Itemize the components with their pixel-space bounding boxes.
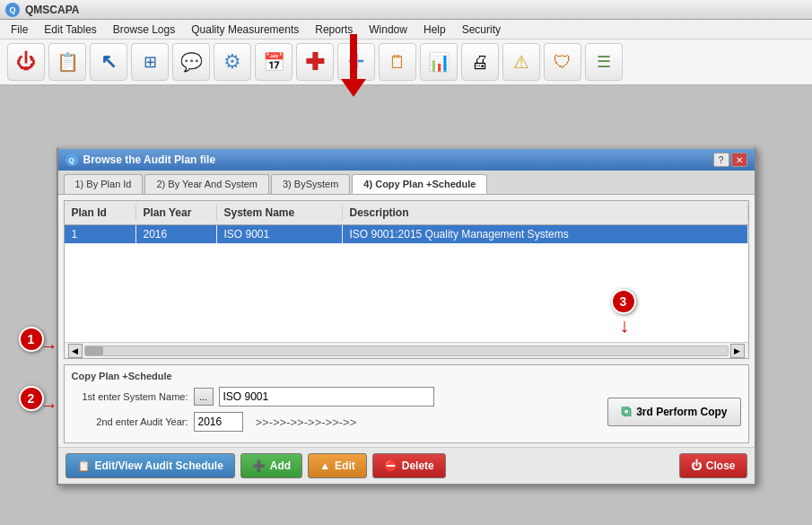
menu-bar: File Edit Tables Browse Logs Quality Mea… — [0, 20, 812, 39]
col-system-name: System Name — [217, 205, 343, 221]
year-label: 2nd enter Audit Year: — [72, 416, 188, 427]
cell-system-name: ISO 9001 — [217, 225, 343, 243]
add-icon: ➕ — [252, 459, 266, 472]
arrows-indicator: >>->>->>->>->>->> — [256, 416, 357, 429]
edit-view-icon: 📋 — [77, 459, 91, 472]
toolbar: ⏻ 📋 ↖ ⊞ 💬 ⚙ 📅 ✚ ✛ 🗒 📊 🖨 ⚠ 🛡 ☰ — [0, 39, 812, 86]
system-name-row: 1st enter System Name: ... — [72, 387, 608, 407]
org-button[interactable]: ⊞ — [131, 43, 169, 81]
menu-window[interactable]: Window — [362, 22, 415, 38]
cross-button[interactable]: ✛ — [337, 43, 375, 81]
edit-icon: ▲ — [319, 459, 330, 472]
dialog-title-buttons: ? ✕ — [713, 153, 747, 167]
menu-help[interactable]: Help — [416, 22, 453, 38]
menu-edit-tables[interactable]: Edit Tables — [37, 22, 103, 38]
tab-by-system[interactable]: 3) BySystem — [271, 174, 350, 194]
menu-browse-logs[interactable]: Browse Logs — [106, 22, 182, 38]
menu-reports[interactable]: Reports — [308, 22, 360, 38]
close-label: Close — [706, 459, 736, 472]
copy-right: ⧉ 3rd Perform Copy — [607, 398, 740, 426]
printer-button[interactable]: 🖨 — [461, 43, 499, 81]
annotation-arrow-2: → — [40, 395, 58, 416]
edit-view-audit-schedule-button[interactable]: 📋 Edit/View Audit Schedule — [65, 453, 235, 478]
table-body: 1 2016 ISO 9001 ISO 9001:2015 Quality Ma… — [65, 225, 748, 342]
perform-copy-button[interactable]: ⧉ 3rd Perform Copy — [607, 398, 740, 426]
perform-copy-label: 3rd Perform Copy — [636, 406, 727, 418]
system-name-input[interactable] — [219, 387, 434, 407]
calendar-button[interactable]: 📅 — [255, 43, 292, 81]
app-title: QMSCAPA — [25, 4, 79, 16]
menu-quality[interactable]: Quality Measurements — [184, 22, 306, 38]
close-button[interactable]: ⏻ Close — [679, 453, 747, 478]
annotation-arrow-3: ↓ — [620, 316, 630, 336]
plus-button[interactable]: ✚ — [296, 43, 334, 81]
annotation-3: 3 — [611, 289, 636, 314]
notes-button[interactable]: 🗒 — [379, 43, 416, 81]
dialog-icon: Q — [65, 153, 78, 166]
annotation-arrow-1: → — [40, 336, 58, 356]
chart-button[interactable]: 📊 — [420, 43, 458, 81]
cursor-button[interactable]: ↖ — [90, 43, 127, 81]
content-area: 1 → 2 → 3 ↓ Q Browse the — [0, 86, 812, 525]
delete-icon: ⛔ — [384, 459, 397, 472]
document-button[interactable]: 📋 — [48, 43, 86, 81]
add-label: Add — [270, 459, 291, 472]
edit-button[interactable]: ▲ Edit — [308, 453, 367, 478]
copy-actions: 1st enter System Name: ... 2nd enter Aud… — [72, 387, 741, 437]
system-browse-button[interactable]: ... — [194, 388, 214, 406]
col-plan-year: Plan Year — [136, 205, 217, 221]
close-icon: ⏻ — [691, 459, 702, 472]
edit-view-label: Edit/View Audit Schedule — [95, 459, 223, 472]
tab-copy-plan[interactable]: 4) Copy Plan +Schedule — [352, 174, 487, 194]
app-window: Q QMSCAPA File Edit Tables Browse Logs Q… — [0, 0, 812, 525]
audit-year-input[interactable] — [194, 412, 243, 432]
copy-section-title: Copy Plan +Schedule — [72, 371, 741, 381]
chat-button[interactable]: 💬 — [172, 43, 210, 81]
cell-plan-id: 1 — [65, 225, 136, 243]
dialog-browse-audit-plan: Q Browse the Audit Plan file ? ✕ 1) By P… — [57, 147, 756, 486]
system-name-label: 1st enter System Name: — [72, 391, 188, 402]
cell-description: ISO 9001:2015 Quality Management Systems — [343, 225, 748, 243]
table-row[interactable]: 1 2016 ISO 9001 ISO 9001:2015 Quality Ma… — [65, 225, 748, 244]
add-button[interactable]: ➕ Add — [240, 453, 302, 478]
scroll-left-btn[interactable]: ◀ — [68, 344, 83, 358]
shield-button[interactable]: 🛡 — [544, 43, 581, 81]
copy-icon: ⧉ — [621, 404, 631, 420]
dialog-close-button[interactable]: ✕ — [731, 153, 747, 167]
dialog-title: Browse the Audit Plan file — [83, 153, 216, 166]
tab-by-year-system[interactable]: 2) By Year And System — [144, 174, 269, 194]
dialog-help-button[interactable]: ? — [713, 153, 729, 167]
warning-button[interactable]: ⚠ — [502, 43, 540, 81]
bottom-left-buttons: 📋 Edit/View Audit Schedule ➕ Add ▲ Edit — [65, 453, 446, 478]
delete-label: Delete — [402, 459, 434, 472]
menu-security[interactable]: Security — [455, 22, 508, 38]
scroll-thumb[interactable] — [85, 346, 103, 355]
page-arrow-area: 1 → 2 → 3 ↓ Q Browse the — [57, 93, 756, 486]
bottom-bar: 📋 Edit/View Audit Schedule ➕ Add ▲ Edit — [58, 447, 755, 484]
menu-file[interactable]: File — [4, 22, 35, 38]
col-plan-id: Plan Id — [65, 205, 136, 221]
tab-bar: 1) By Plan Id 2) By Year And System 3) B… — [58, 171, 755, 195]
app-icon: Q — [5, 3, 20, 17]
copy-left: 1st enter System Name: ... 2nd enter Aud… — [72, 387, 608, 437]
table-header: Plan Id Plan Year System Name Descriptio… — [65, 201, 748, 225]
title-bar: Q QMSCAPA — [0, 0, 812, 20]
list-button[interactable]: ☰ — [585, 43, 623, 81]
copy-section: Copy Plan +Schedule 1st enter System Nam… — [64, 364, 749, 443]
scroll-track[interactable] — [84, 346, 729, 356]
scroll-right-btn[interactable]: ▶ — [730, 344, 745, 358]
col-description: Description — [343, 205, 748, 221]
power-button[interactable]: ⏻ — [7, 43, 45, 81]
settings-button[interactable]: ⚙ — [214, 43, 251, 81]
tab-by-plan-id[interactable]: 1) By Plan Id — [64, 174, 144, 194]
edit-label: Edit — [335, 459, 355, 472]
table-scrollbar[interactable]: ◀ ▶ — [65, 342, 748, 358]
audit-year-row: 2nd enter Audit Year: >>->>->>->>->>->> — [72, 412, 608, 432]
dialog-title-bar: Q Browse the Audit Plan file ? ✕ — [58, 149, 755, 171]
delete-button[interactable]: ⛔ Delete — [372, 453, 446, 478]
cell-plan-year: 2016 — [136, 225, 217, 243]
audit-plan-table: Plan Id Plan Year System Name Descriptio… — [64, 200, 749, 359]
